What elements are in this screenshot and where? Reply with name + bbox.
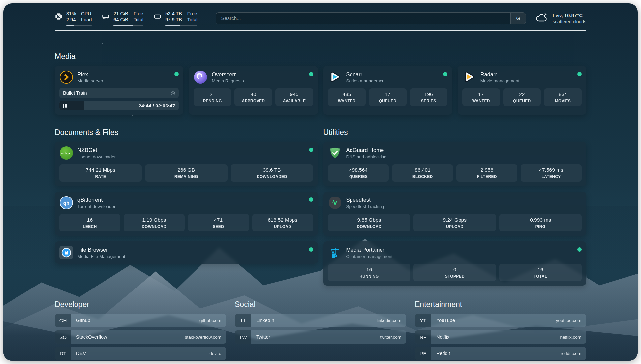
service-card-nzbget[interactable]: nzbget NZBGet Usenet downloader 744.21 M… bbox=[55, 142, 318, 186]
cpu-icon bbox=[55, 11, 63, 22]
stat-upload: 618.52 MbpsUPLOAD bbox=[252, 214, 313, 231]
bookmark-abbr: LI bbox=[235, 314, 251, 327]
service-name: NZBGet bbox=[77, 147, 116, 153]
memory-progress-fill bbox=[113, 25, 133, 26]
service-description: Container management bbox=[346, 254, 393, 259]
sonarr-icon bbox=[328, 70, 342, 84]
service-description: Torrent downloader bbox=[77, 204, 116, 209]
section-title-entertainment: Entertainment bbox=[415, 300, 586, 309]
stat-series: 196SERIES bbox=[410, 88, 447, 106]
status-dot bbox=[443, 72, 447, 76]
service-name: Sonarr bbox=[346, 71, 386, 77]
disk-progress-fill bbox=[165, 25, 180, 26]
disk-total: 97.9 TB bbox=[165, 17, 182, 23]
stat-queries: 498,564QUERIES bbox=[328, 164, 389, 182]
service-description: Media server bbox=[77, 78, 103, 83]
bookmark-twitter[interactable]: TW Twitter twitter.com bbox=[235, 330, 406, 344]
bookmark-name: DEV bbox=[76, 351, 86, 356]
service-name: qBittorrent bbox=[77, 197, 116, 203]
service-name: File Browser bbox=[77, 247, 125, 253]
cpu-progress-fill bbox=[66, 25, 74, 26]
status-dot bbox=[309, 197, 313, 202]
section-title-social: Social bbox=[235, 300, 406, 309]
service-card-adguard[interactable]: AdGuard Home DNS and adblocking 498,564Q… bbox=[323, 142, 587, 186]
service-description: Media File Management bbox=[77, 254, 125, 259]
bookmark-abbr: GH bbox=[55, 314, 71, 327]
service-name: Plex bbox=[77, 71, 103, 77]
memory-label-1: Free bbox=[134, 11, 144, 17]
bookmark-abbr: NF bbox=[415, 330, 431, 344]
service-card-speedtest[interactable]: Speedtest Speedtest Tracking 9.65 GbpsDO… bbox=[323, 192, 587, 236]
stat-download: 1.19 GbpsDOWNLOAD bbox=[124, 214, 185, 231]
stat-rate: 744.21 MbpsRATE bbox=[59, 164, 142, 182]
bookmark-domain: dev.to bbox=[209, 351, 221, 356]
stat-wanted: 485WANTED bbox=[328, 88, 366, 106]
bookmark-netflix[interactable]: NF Netflix netflix.com bbox=[415, 330, 586, 344]
service-description: Movie management bbox=[480, 78, 520, 83]
stat-available: 945AVAILABLE bbox=[275, 88, 313, 106]
stat-upload: 9.24 GbpsUPLOAD bbox=[413, 214, 496, 231]
bookmark-name: LinkedIn bbox=[256, 318, 274, 323]
cpu-widget: 31%2.94 CPULoad bbox=[55, 11, 92, 26]
search-provider-button[interactable]: G bbox=[510, 13, 526, 24]
service-card-sonarr[interactable]: Sonarr Series management 485WANTED 17QUE… bbox=[323, 66, 452, 115]
bookmark-domain: github.com bbox=[199, 318, 221, 323]
qbittorrent-icon: qb bbox=[59, 196, 73, 210]
stat-running: 16RUNNING bbox=[328, 264, 411, 281]
stat-latency: 47.569 msLATENCY bbox=[521, 164, 582, 182]
service-card-radarr[interactable]: Radarr Movie management 17WANTED 22QUEUE… bbox=[458, 66, 586, 115]
stat-queued: 22QUEUED bbox=[503, 88, 541, 106]
memory-free: 21 GiB bbox=[113, 11, 128, 17]
bookmark-reddit[interactable]: RE Reddit reddit.com bbox=[415, 347, 586, 360]
portainer-icon bbox=[328, 246, 342, 259]
status-dot bbox=[577, 72, 582, 76]
status-dot bbox=[309, 148, 313, 152]
status-dot bbox=[174, 72, 179, 76]
bookmark-abbr: YT bbox=[415, 314, 431, 327]
service-description: DNS and adblocking bbox=[346, 154, 387, 159]
header-divider bbox=[55, 30, 586, 31]
bookmark-dev[interactable]: DT DEV dev.to bbox=[55, 347, 226, 360]
memory-widget: 21 GiB64 GiB FreeTotal bbox=[102, 11, 143, 26]
bookmark-abbr: TW bbox=[235, 330, 251, 344]
cloud-icon bbox=[536, 13, 548, 24]
service-name: Overseerr bbox=[212, 71, 244, 77]
bookmark-name: YouTube bbox=[436, 318, 455, 323]
bookmark-abbr: SO bbox=[55, 330, 71, 344]
bookmark-name: StackOverflow bbox=[76, 334, 107, 340]
bookmark-domain: stackoverflow.com bbox=[185, 335, 221, 340]
bookmark-youtube[interactable]: YT YouTube youtube.com bbox=[415, 314, 586, 327]
now-playing-title: Bullet Train bbox=[63, 90, 87, 96]
pause-icon bbox=[63, 104, 67, 108]
section-title-developer: Developer bbox=[55, 300, 226, 309]
disk-label-1: Free bbox=[187, 11, 198, 17]
stat-remaining: 266 GBREMAINING bbox=[145, 164, 228, 182]
nzbget-icon: nzbget bbox=[59, 146, 73, 160]
bookmark-github[interactable]: GH Github github.com bbox=[55, 314, 226, 327]
search-input[interactable] bbox=[216, 13, 510, 24]
media-grid: Plex Media server Bullet Train ◎ 24:44 /… bbox=[55, 66, 586, 115]
service-description: Usenet downloader bbox=[77, 154, 116, 159]
service-card-portainer[interactable]: Media Portainer Container management 16R… bbox=[323, 241, 587, 286]
bookmark-linkedin[interactable]: LI LinkedIn linkedin.com bbox=[235, 314, 406, 327]
stat-queued: 17QUEUED bbox=[369, 88, 407, 106]
service-card-overseerr[interactable]: Overseerr Media Requests 21PENDING 40APP… bbox=[189, 66, 318, 115]
bookmark-abbr: DT bbox=[55, 347, 71, 360]
overseerr-icon bbox=[194, 70, 207, 84]
stat-filtered: 2,956FILTERED bbox=[456, 164, 517, 182]
bookmark-stackoverflow[interactable]: SO StackOverflow stackoverflow.com bbox=[55, 330, 226, 344]
disk-widget: 52.4 TB97.9 TB FreeTotal bbox=[153, 11, 197, 26]
service-card-qbittorrent[interactable]: qb qBittorrent Torrent downloader 16LEEC… bbox=[55, 192, 318, 236]
top-bar: 31%2.94 CPULoad 21 GiB64 GiB Fre bbox=[55, 11, 586, 26]
section-title-documents: Documents & Files bbox=[55, 128, 318, 137]
cpu-usage: 31% bbox=[66, 11, 76, 17]
disk-label-2: Total bbox=[187, 17, 198, 23]
service-card-filebrowser[interactable]: File Browser Media File Management bbox=[55, 241, 318, 264]
cpu-label-1: CPU bbox=[81, 11, 92, 17]
speedtest-icon bbox=[328, 196, 342, 210]
section-title-media: Media bbox=[55, 52, 586, 61]
stat-stopped: 0STOPPED bbox=[413, 264, 496, 281]
stat-seed: 471SEED bbox=[188, 214, 249, 231]
service-card-plex[interactable]: Plex Media server Bullet Train ◎ 24:44 /… bbox=[55, 66, 183, 115]
service-description: Media Requests bbox=[212, 78, 244, 83]
